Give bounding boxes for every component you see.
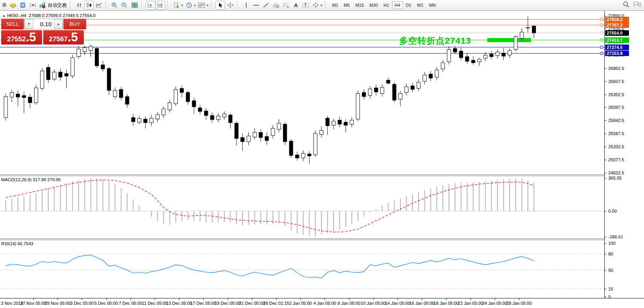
volume-input[interactable] [33, 19, 54, 29]
chart-title: ▲HK50-,H4 27688.0 27699.5 27449.5 27554.… [2, 13, 96, 18]
mt4-terminal: 单 自动交易 ▾ [0, 0, 644, 308]
ohlc-readout: 27688.0 27699.5 27449.5 27554.0 [29, 13, 95, 18]
buy-price-display[interactable]: 27567 .5 [43, 30, 84, 45]
toolbar-separator [70, 1, 73, 9]
collapse-triangle-icon[interactable]: ▲ [2, 14, 6, 17]
text-label-icon[interactable]: T [301, 1, 310, 10]
indicators-dropdown[interactable]: ▾ [181, 4, 183, 7]
price-badge-27707.2: 27707.2 [605, 22, 629, 28]
main-price-chart[interactable] [0, 11, 604, 175]
search-icon[interactable] [623, 1, 630, 10]
time-label: 14 Jan 05:00 [385, 301, 410, 306]
time-tick [325, 298, 325, 300]
text-icon[interactable]: A [291, 1, 300, 10]
bar-chart-icon[interactable] [74, 1, 84, 10]
time-label: 2 Jan 05:00 [289, 301, 312, 306]
buy-price-main: 27567 [49, 33, 67, 46]
zoom-in-icon[interactable] [110, 1, 119, 10]
time-label: 7 Dec 05:00 [119, 301, 142, 306]
time-label: 17 Dec 05:00 [190, 301, 216, 306]
volume-decrease-button[interactable]: ▼ [25, 19, 33, 29]
time-tick [252, 298, 252, 300]
candlestick-chart-icon[interactable] [84, 1, 94, 10]
autotrading-button[interactable]: 自动交易 [46, 2, 68, 9]
line-chart-icon[interactable] [94, 1, 104, 10]
indicators-icon[interactable] [171, 1, 181, 10]
new-order-button[interactable]: 单 [1, 2, 8, 9]
arrows-dropdown[interactable]: ▾ [321, 4, 322, 7]
periods-icon[interactable] [184, 1, 194, 10]
fibonacci-icon[interactable]: F [281, 1, 290, 10]
vertical-line-icon[interactable] [241, 1, 251, 10]
time-tick [300, 298, 301, 300]
timeframe-m15[interactable]: M15 [353, 1, 367, 9]
toolbar-separator [237, 1, 240, 9]
gold-ingot-icon[interactable] [8, 1, 18, 10]
trendline-icon[interactable] [261, 1, 271, 10]
rsi-scale-label: 80 [605, 251, 613, 257]
timeframe-mn[interactable]: MN [426, 1, 438, 9]
time-tick [276, 298, 277, 300]
arrows-icon[interactable] [311, 1, 320, 10]
timeframe-m30[interactable]: M30 [367, 1, 381, 9]
time-label: 3 Dec 05:00 [70, 301, 94, 306]
time-tick [82, 298, 82, 300]
auto-scroll-icon[interactable] [146, 1, 155, 10]
zoom-out-icon[interactable] [120, 1, 129, 10]
cursor-icon[interactable] [215, 1, 225, 10]
rsi-indicator-panel[interactable] [0, 240, 604, 298]
timeframe-d1[interactable]: D1 [403, 1, 414, 9]
price-scale-label: 24822.5 [605, 170, 624, 176]
pivot-highlight-zone [487, 38, 531, 43]
time-tick [131, 298, 131, 300]
templates-icon[interactable] [197, 1, 206, 10]
chart-shift-icon[interactable] [156, 1, 165, 10]
time-axis[interactable]: 3 Nov 201827 Nov 05:0029 Nov 05:003 Dec … [0, 298, 644, 308]
publisher-icon[interactable] [18, 1, 28, 10]
buy-button[interactable]: BUY [63, 19, 86, 29]
price-scale-label: 26097.5 [605, 105, 624, 110]
sell-price-main: 27552 [7, 33, 26, 46]
time-tick [519, 298, 519, 300]
sell-button[interactable]: SELL [1, 19, 24, 29]
chat-icon[interactable] [633, 1, 642, 10]
macd-scale-label: 365.05 [605, 175, 622, 181]
svg-text:E: E [277, 6, 279, 8]
timeframe-w1[interactable]: W1 [414, 1, 427, 9]
periods-dropdown[interactable]: ▾ [194, 4, 196, 7]
time-label: 13 Dec 05:00 [166, 301, 192, 306]
toolbar-separator [141, 1, 144, 9]
sell-price-frac: .5 [26, 31, 36, 44]
price-badge-27554.0: 27554.0 [605, 30, 629, 36]
timeframe-m1[interactable]: M1 [329, 1, 341, 9]
autotrading-icon[interactable] [38, 1, 46, 10]
signal-icon[interactable] [28, 1, 38, 10]
timeframe-h4[interactable]: H4 [392, 1, 403, 9]
time-label: 16 Jan 05:00 [409, 301, 434, 306]
sell-price-display[interactable]: 27552 .5 [1, 30, 42, 45]
volume-increase-button[interactable]: ▲ [54, 19, 63, 29]
timeframe-h1[interactable]: H1 [381, 1, 392, 9]
symbol-period: HK50-,H4 [7, 13, 26, 18]
price-badge-27818.3: 27818.3 [605, 17, 629, 22]
horizontal-line-icon[interactable] [251, 1, 261, 10]
time-tick [33, 298, 34, 300]
macd-indicator-panel[interactable] [0, 176, 604, 238]
price-axis[interactable]: 27890.027635.027380.027125.026862.526607… [605, 11, 644, 298]
time-label: 10 Jan 05:00 [361, 301, 386, 306]
macd-scale-label: 0.00 [605, 208, 617, 214]
crosshair-icon[interactable] [225, 1, 235, 10]
price-scale-label: 25842.5 [605, 118, 624, 123]
time-label: 24 Jan 05:00 [482, 301, 508, 306]
equidistant-channel-icon[interactable]: E [271, 1, 281, 10]
timeframe-m5[interactable]: M5 [341, 1, 352, 9]
rsi-label: RSI(14) 66.7543 [1, 241, 33, 246]
rsi-line [6, 255, 534, 278]
price-scale-label: 25332.5 [605, 144, 624, 149]
time-label: 3 Nov 2018 [1, 301, 23, 306]
time-tick [106, 298, 107, 300]
templates-dropdown[interactable]: ▾ [207, 4, 208, 7]
tile-windows-icon[interactable] [130, 1, 139, 10]
time-tick [228, 298, 228, 300]
svg-text:F: F [287, 6, 289, 9]
